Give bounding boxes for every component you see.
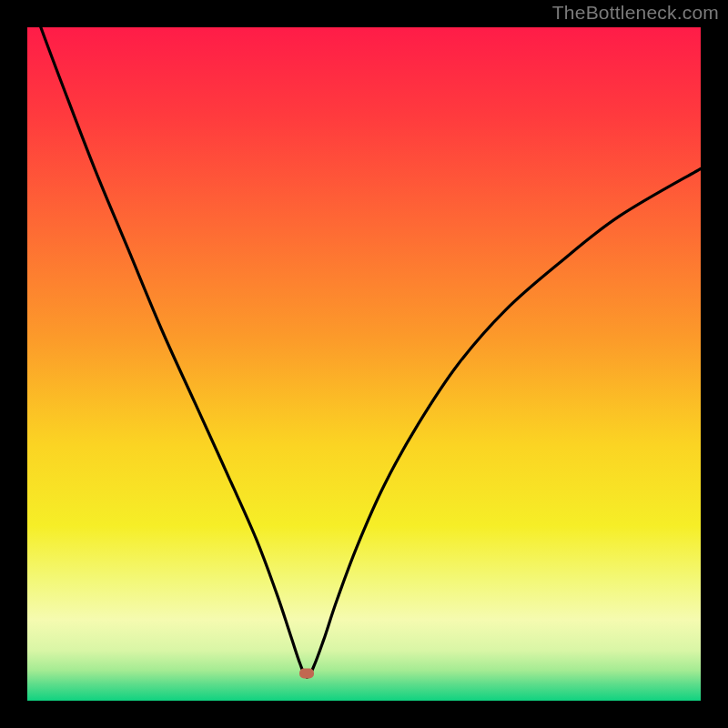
plot-area <box>27 27 701 701</box>
curve-layer <box>27 27 701 701</box>
bottleneck-curve <box>41 27 701 677</box>
chart-frame: TheBottleneck.com <box>0 0 728 728</box>
optimal-point-marker <box>299 669 314 679</box>
watermark-label: TheBottleneck.com <box>552 2 719 24</box>
